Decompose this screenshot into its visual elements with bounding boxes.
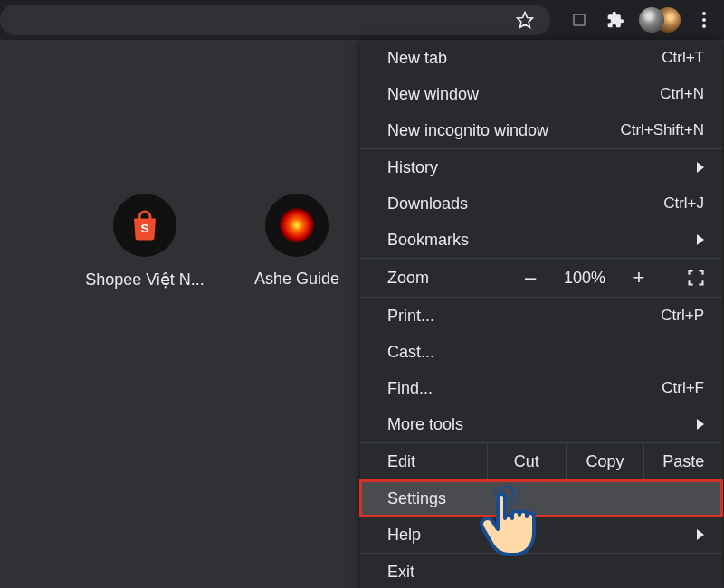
keyboard-shortcut: Ctrl+P — [661, 307, 704, 325]
submenu-arrow-icon — [697, 162, 704, 173]
profile-avatar-icon[interactable] — [639, 7, 681, 33]
menu-label: Exit — [387, 563, 414, 582]
menu-item-downloads[interactable]: Downloads Ctrl+J — [360, 185, 722, 222]
keyboard-shortcut: Ctrl+N — [660, 85, 704, 103]
chrome-main-menu: New tab Ctrl+T New window Ctrl+N New inc… — [360, 40, 722, 588]
menu-label: New window — [387, 85, 479, 104]
keyboard-shortcut: Ctrl+T — [662, 49, 704, 67]
zoom-value: 100% — [556, 269, 614, 288]
menu-item-cast[interactable]: Cast... — [360, 334, 722, 370]
cut-button[interactable]: Cut — [487, 443, 566, 479]
fullscreen-button[interactable] — [681, 262, 711, 293]
browser-toolbar — [0, 0, 724, 40]
menu-label: Edit — [387, 452, 487, 471]
menu-label: Print... — [387, 307, 434, 326]
menu-item-help[interactable]: Help — [360, 517, 722, 553]
extensions-icon[interactable] — [603, 7, 628, 33]
shortcut-icon — [265, 194, 329, 257]
menu-label: More tools — [387, 415, 463, 434]
menu-label: Find... — [387, 379, 433, 398]
menu-label: Settings — [387, 489, 446, 508]
keyboard-shortcut: Ctrl+F — [662, 379, 704, 397]
shortcut-label: Ashe Guide — [254, 270, 339, 289]
svg-rect-1 — [574, 14, 585, 25]
bookmark-star-icon[interactable] — [512, 7, 538, 33]
menu-item-new-window[interactable]: New window Ctrl+N — [360, 76, 722, 112]
menu-label: New tab — [387, 49, 447, 68]
shortcut-ashe[interactable]: Ashe Guide — [233, 194, 360, 289]
menu-item-bookmarks[interactable]: Bookmarks — [360, 222, 722, 258]
submenu-arrow-icon — [697, 234, 704, 245]
submenu-arrow-icon — [697, 529, 704, 540]
paste-button[interactable]: Paste — [643, 443, 722, 479]
svg-text:S: S — [140, 222, 148, 235]
menu-item-print[interactable]: Print... Ctrl+P — [360, 298, 722, 334]
menu-label: New incognito window — [387, 121, 548, 140]
menu-edit-row: Edit Cut Copy Paste — [360, 443, 722, 479]
readlist-icon[interactable] — [567, 7, 592, 33]
menu-item-exit[interactable]: Exit — [360, 554, 722, 588]
svg-marker-0 — [518, 13, 533, 28]
menu-label: History — [387, 158, 438, 177]
shortcut-label: Shopee Việt N... — [85, 270, 205, 289]
menu-item-new-tab[interactable]: New tab Ctrl+T — [360, 40, 722, 76]
menu-label: Cast... — [387, 343, 434, 362]
menu-item-find[interactable]: Find... Ctrl+F — [360, 370, 722, 406]
menu-label: Downloads — [387, 194, 468, 213]
menu-item-settings[interactable]: Settings — [360, 480, 722, 517]
new-tab-content: S Shopee Việt N... Ashe Guide New tab Ct… — [0, 40, 724, 588]
copy-button[interactable]: Copy — [566, 443, 644, 479]
menu-label: Bookmarks — [387, 231, 469, 250]
menu-label: Zoom — [387, 269, 496, 288]
menu-item-new-incognito[interactable]: New incognito window Ctrl+Shift+N — [360, 112, 722, 148]
keyboard-shortcut: Ctrl+J — [663, 194, 704, 213]
shortcuts-row: S Shopee Việt N... Ashe Guide — [81, 194, 360, 289]
shortcut-icon: S — [113, 194, 176, 257]
submenu-arrow-icon — [697, 419, 704, 430]
zoom-out-button[interactable]: – — [518, 266, 543, 289]
menu-zoom-row: Zoom – 100% + — [360, 259, 722, 297]
address-bar[interactable] — [0, 5, 550, 35]
flame-icon — [280, 208, 314, 242]
menu-item-history[interactable]: History — [360, 149, 722, 185]
shortcut-shopee[interactable]: S Shopee Việt N... — [81, 194, 208, 289]
zoom-in-button[interactable]: + — [626, 266, 652, 289]
menu-item-more-tools[interactable]: More tools — [360, 406, 722, 442]
kebab-menu-icon[interactable] — [691, 7, 717, 33]
menu-label: Help — [387, 526, 421, 545]
keyboard-shortcut: Ctrl+Shift+N — [620, 121, 704, 139]
